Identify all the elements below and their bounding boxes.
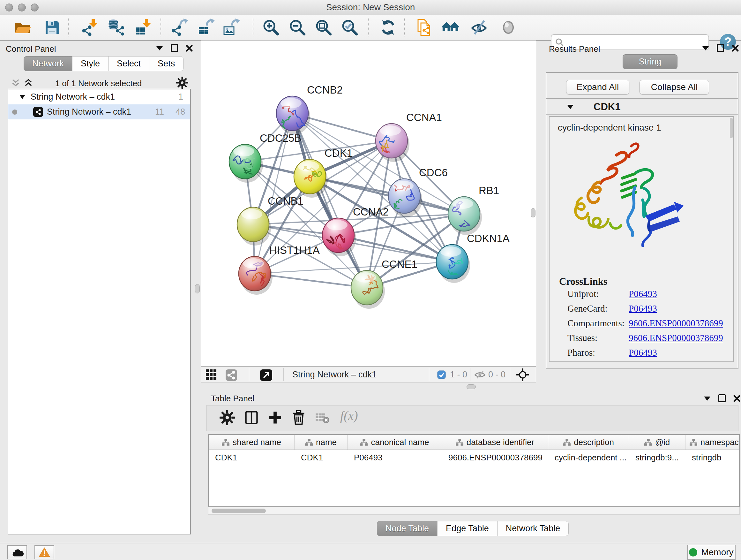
network-node-CCNB2[interactable] — [276, 96, 310, 134]
scrollbar-thumb[interactable] — [212, 509, 266, 513]
close-panel-icon[interactable] — [186, 45, 193, 52]
network-node-CDK1[interactable] — [294, 159, 328, 198]
node-label-CCNB1: CCNB1 — [268, 195, 304, 207]
show-columns-icon[interactable] — [244, 410, 260, 427]
column-header-canonical-name[interactable]: canonical name — [347, 435, 442, 449]
network-collection-row[interactable]: String Network – cdk1 1 — [8, 89, 190, 105]
crosslink-label: Uniprot: — [567, 289, 599, 299]
network-node-HIST1H1A[interactable] — [239, 256, 273, 295]
network-graph: CCNB2CCNA1CDC25BCDK1CDC6RB1CCNB1CCNA2CDK… — [201, 41, 536, 366]
tab-network-table[interactable]: Network Table — [497, 521, 569, 536]
cloud-status-button[interactable] — [7, 545, 27, 559]
show-all-button[interactable] — [499, 18, 517, 37]
protein-details-box: CDK1 cyclin-dependent kinase 1 — [546, 98, 738, 369]
network-node-CDC25B[interactable] — [229, 144, 263, 183]
tab-sets[interactable]: Sets — [149, 56, 184, 71]
clipboard-network-button[interactable] — [415, 18, 433, 37]
float-panel-icon[interactable] — [717, 44, 724, 52]
column-header-shared-name[interactable]: shared name — [209, 435, 294, 449]
network-node-CDKN1A[interactable] — [436, 245, 470, 283]
results-actions-box: Expand All Collapse All — [546, 72, 738, 102]
node-label-CDKN1A: CDKN1A — [467, 233, 510, 244]
save-session-button[interactable] — [43, 18, 61, 37]
bottom-splitter-handle[interactable] — [467, 384, 476, 389]
table-horizontal-scrollbar[interactable] — [208, 507, 740, 515]
close-panel-icon[interactable] — [732, 45, 739, 52]
section-expand-icon[interactable] — [567, 104, 574, 110]
results-scrollbar-thumb[interactable] — [730, 118, 733, 138]
column-header--id[interactable]: @id — [629, 435, 685, 449]
zoom-fit-button[interactable] — [314, 18, 332, 37]
float-panel-icon[interactable] — [171, 44, 178, 52]
add-column-icon[interactable] — [267, 410, 284, 427]
refresh-layout-button[interactable] — [379, 18, 397, 37]
warnings-button[interactable] — [35, 545, 54, 559]
string-style-icon[interactable] — [225, 369, 238, 382]
left-splitter-handle[interactable] — [195, 284, 200, 294]
control-panel-header-buttons — [156, 44, 193, 52]
column-header-name[interactable]: name — [294, 435, 347, 449]
tab-string[interactable]: String — [623, 54, 677, 69]
toolbar-separator — [404, 18, 405, 37]
network-canvas[interactable]: CCNB2CCNA1CDC25BCDK1CDC6RB1CCNB1CCNA2CDK… — [201, 40, 536, 367]
tab-style[interactable]: Style — [72, 56, 109, 71]
crosslink-link[interactable]: 9606.ENSP00000378699 — [629, 333, 723, 343]
crosslink-link[interactable]: P06493 — [629, 303, 657, 314]
network-node-CDC6[interactable] — [388, 179, 422, 217]
collapse-panel-icon[interactable] — [704, 396, 711, 401]
selected-checkbox-icon[interactable] — [437, 370, 446, 380]
tab-network[interactable]: Network — [23, 56, 72, 71]
collection-count: 1 — [179, 92, 183, 102]
fit-content-crosshair-icon[interactable] — [516, 368, 529, 382]
column-header-database-identifier[interactable]: database identifier — [442, 435, 548, 449]
toolbar-separator — [368, 18, 368, 37]
collapse-panel-icon[interactable] — [702, 46, 709, 51]
tab-select[interactable]: Select — [108, 56, 149, 71]
delete-column-trash-icon[interactable] — [291, 410, 308, 427]
export-image-button[interactable] — [223, 18, 241, 37]
import-network-file-button[interactable] — [81, 18, 99, 37]
network-row[interactable]: String Network – cdk1 11 48 — [8, 105, 190, 119]
tab-node-table[interactable]: Node Table — [377, 521, 437, 536]
hide-selected-button[interactable] — [470, 18, 488, 37]
protein-section-header[interactable]: CDK1 — [546, 99, 738, 115]
import-table-button[interactable] — [134, 18, 152, 37]
column-header-namespace[interactable]: namespace — [685, 435, 740, 449]
tab-edge-table[interactable]: Edge Table — [437, 521, 497, 536]
zoom-selected-button[interactable] — [340, 18, 358, 37]
right-splitter-handle[interactable] — [531, 208, 536, 217]
collapse-panel-icon[interactable] — [156, 46, 163, 51]
network-node-CCNA2[interactable] — [322, 218, 356, 256]
crosslink-link[interactable]: 9606.ENSP00000378699 — [629, 318, 723, 328]
import-network-database-button[interactable] — [107, 18, 125, 37]
network-node-RB1[interactable] — [448, 197, 482, 235]
network-node-CCNA1[interactable] — [376, 124, 409, 162]
column-header-description[interactable]: description — [548, 435, 629, 449]
collapse-all-button[interactable]: Collapse All — [639, 80, 709, 95]
tree-expand-icon[interactable] — [19, 95, 25, 99]
expand-all-button[interactable]: Expand All — [566, 80, 629, 95]
float-panel-icon[interactable] — [718, 394, 726, 402]
memory-button[interactable]: Memory — [687, 545, 736, 560]
open-session-button[interactable] — [14, 18, 31, 37]
table-options-gear-icon[interactable] — [219, 410, 236, 427]
export-network-button[interactable] — [172, 18, 189, 37]
memory-status-dot — [689, 548, 697, 557]
results-panel: Results Panel String Expand All Collapse… — [542, 40, 741, 386]
crosslink-link[interactable]: P06493 — [629, 348, 657, 358]
zoom-in-button[interactable] — [262, 18, 280, 37]
network-options-gear-icon[interactable] — [176, 77, 188, 90]
zoom-out-button[interactable] — [288, 18, 306, 37]
close-panel-icon[interactable] — [733, 395, 740, 402]
table-row[interactable]: CDK1CDK1P064939606.ENSP00000378699cyclin… — [209, 450, 739, 465]
network-node-CCNE1[interactable] — [351, 270, 385, 309]
delete-table-icon[interactable] — [315, 410, 331, 427]
birds-eye-view-icon[interactable] — [205, 369, 217, 382]
home-layout-button[interactable] — [442, 18, 460, 37]
export-table-button[interactable] — [198, 18, 216, 37]
hidden-eye-slash-icon[interactable] — [474, 371, 486, 380]
open-in-browser-icon[interactable] — [260, 369, 273, 382]
function-builder-icon[interactable]: f(x) — [340, 408, 358, 425]
hidden-counter: 0 - 0 — [488, 370, 506, 380]
crosslink-link[interactable]: P06493 — [629, 289, 657, 299]
